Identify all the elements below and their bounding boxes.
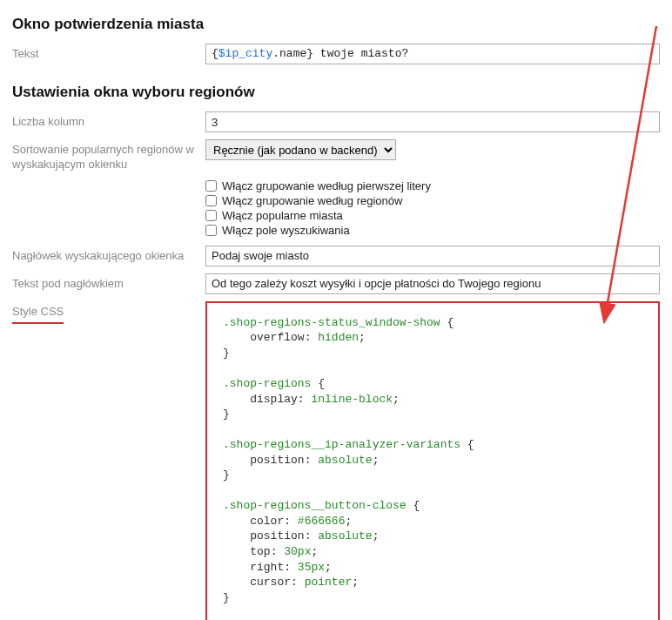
checkbox-icon[interactable] <box>205 225 217 236</box>
section-regions-title: Ustawienia okna wyboru regionów <box>12 84 660 101</box>
checkbox-group-first-letter[interactable]: Włącz grupowanie według pierwszej litery <box>205 179 660 192</box>
checkbox-icon[interactable] <box>205 180 217 192</box>
input-columns[interactable] <box>205 111 660 132</box>
label-popup-subtext: Tekst pod nagłówkiem <box>12 273 205 292</box>
input-text[interactable]: {$ip_city.name} twoje miasto? <box>205 44 660 64</box>
checkbox-group-regions[interactable]: Włącz grupowanie według regionów <box>205 194 660 207</box>
label-text: Tekst <box>12 44 205 62</box>
label-sort: Sortowanie popularnych regionów w wyskak… <box>12 139 205 172</box>
checkbox-icon[interactable] <box>205 210 217 221</box>
label-style-css: Style CSS <box>12 305 64 324</box>
input-popup-subtext[interactable] <box>205 273 660 294</box>
input-popup-header[interactable] <box>205 246 660 266</box>
label-popup-header: Nagłówek wyskakującego okienka <box>12 246 205 264</box>
section-confirm-title: Okno potwierdzenia miasta <box>12 16 660 33</box>
checkbox-popular-cities[interactable]: Włącz popularne miasta <box>205 209 660 222</box>
checkbox-search-field[interactable]: Włącz pole wyszukiwania <box>205 224 660 237</box>
label-columns: Liczba kolumn <box>12 111 205 130</box>
checkbox-icon[interactable] <box>205 195 217 206</box>
css-code-editor[interactable]: .shop-regions-status_window-show { overf… <box>205 301 660 620</box>
select-sort[interactable]: Ręcznie (jak podano w backend) <box>205 139 396 160</box>
